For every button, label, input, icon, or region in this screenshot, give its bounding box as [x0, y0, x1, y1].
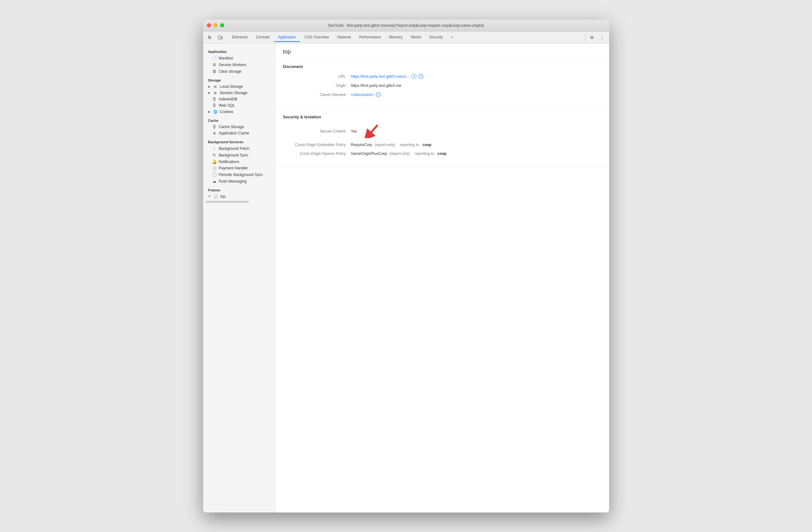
background-fetch-icon: ↕ — [212, 146, 217, 151]
url-link[interactable]: https://first-party-test.glitch.me/co... — [351, 74, 410, 79]
tab-application[interactable]: Application — [274, 33, 300, 42]
sidebar-item-web-sql-label: Web SQL — [219, 103, 235, 108]
coep-reporting-value: coep — [423, 143, 432, 147]
device-toggle-button[interactable] — [216, 34, 224, 41]
sidebar-item-push-messaging[interactable]: ☁ Push Messaging — [203, 178, 275, 184]
secure-context-label: Secure Context — [283, 129, 346, 134]
sidebar-item-service-workers[interactable]: ⚙ Service Workers — [203, 61, 275, 68]
sidebar-item-manifest[interactable]: 📄 Manifest — [203, 55, 275, 61]
sidebar-item-application-cache-label: Application Cache — [219, 131, 249, 135]
sidebar-item-periodic-bg-sync-label: Periodic Background Sync — [219, 172, 263, 177]
tab-security[interactable]: Security — [425, 33, 447, 42]
sidebar-section-frames: Frames — [203, 184, 275, 193]
background-sync-icon: ↻ — [212, 153, 217, 157]
secure-context-value: Yes — [351, 124, 379, 138]
divider — [585, 34, 585, 41]
origin-value: https://first-party-test.glitch.me — [351, 83, 402, 88]
sidebar-item-payment-handler[interactable]: ⬜ Payment Handler — [203, 165, 275, 171]
document-section: Document URL https://first-party-test.gl… — [275, 58, 609, 108]
tab-css-overview[interactable]: CSS Overview — [301, 33, 333, 42]
coop-reporting-label: reporting to: — [412, 151, 435, 156]
security-section: Security & Isolation Secure Context Yes — [275, 108, 609, 167]
owner-element-link[interactable]: <#document> — [351, 93, 374, 97]
svg-rect-0 — [218, 36, 221, 39]
sidebar-item-clear-storage[interactable]: 🗑 Clear storage — [203, 68, 275, 74]
sidebar-item-payment-handler-label: Payment Handler — [219, 166, 248, 170]
traffic-lights — [207, 23, 224, 27]
sidebar-item-push-messaging-label: Push Messaging — [219, 179, 247, 183]
session-storage-icon: ⊞ — [213, 91, 218, 95]
periodic-bg-sync-icon: 🕐 — [212, 172, 217, 177]
local-storage-icon: ⊞ — [213, 85, 218, 89]
coep-badge: (report-only) — [375, 143, 395, 147]
more-options-button[interactable]: ⋮ — [598, 34, 607, 41]
sidebar-item-local-storage-label: Local Storage — [220, 84, 243, 89]
devtools-window: DevTools - first-party-test.glitch.me/co… — [203, 19, 609, 513]
web-sql-icon: 🗄 — [212, 103, 217, 107]
sidebar-item-indexeddb[interactable]: 🗄 IndexedDB — [203, 96, 275, 102]
coop-badge: (report-only) — [390, 151, 410, 156]
sidebar-item-cache-storage[interactable]: 🗄 Cache Storage — [203, 124, 275, 130]
secure-context-row: Secure Context Yes — [283, 124, 601, 138]
svg-line-2 — [368, 126, 377, 136]
sidebar-item-service-workers-label: Service Workers — [219, 62, 247, 67]
sidebar-section-cache: Cache — [203, 115, 275, 124]
url-field-row: URL https://first-party-test.glitch.me/c… — [283, 74, 601, 79]
sidebar-item-cookies[interactable]: ▶ 🌐 Cookies — [203, 109, 275, 115]
tab-console[interactable]: Console — [252, 33, 274, 42]
sidebar-item-application-cache[interactable]: ⊞ Application Cache — [203, 130, 275, 136]
owner-element-label: Owner Element — [283, 93, 346, 97]
sidebar-item-indexeddb-label: IndexedDB — [219, 97, 237, 101]
url-link-icon[interactable]: ↗ — [411, 74, 416, 79]
sidebar-item-local-storage[interactable]: ▶ ⊞ Local Storage — [203, 83, 275, 90]
sidebar-item-top-frame[interactable]: ▼ ⬜ top — [203, 193, 275, 199]
sidebar-item-background-fetch[interactable]: ↕ Background Fetch — [203, 145, 275, 152]
coep-row: Cross-Origin Embedder Policy RequireCorp… — [283, 143, 601, 147]
sidebar-item-web-sql[interactable]: 🗄 Web SQL — [203, 102, 275, 109]
url-info-icon[interactable]: ⓘ — [418, 74, 423, 79]
arrow-icon: ▶ — [208, 110, 211, 113]
sidebar-item-background-sync[interactable]: ↻ Background Sync — [203, 152, 275, 158]
frame-icon: ⬜ — [213, 195, 218, 199]
url-value: https://first-party-test.glitch.me/co...… — [351, 74, 424, 79]
tab-media[interactable]: Media — [407, 33, 425, 42]
notifications-icon: 🔔 — [212, 159, 217, 164]
cursor-icon — [207, 35, 213, 40]
owner-element-icon[interactable]: ⓘ — [376, 92, 381, 97]
sidebar: Application 📄 Manifest ⚙ Service Workers… — [203, 43, 275, 513]
tab-elements[interactable]: Elements — [228, 33, 251, 42]
inspect-icon-button[interactable] — [206, 34, 215, 41]
sidebar-item-top-frame-label: top — [220, 194, 226, 199]
toolbar: Elements Console Application CSS Overvie… — [203, 31, 609, 43]
clear-storage-icon: 🗑 — [212, 69, 217, 74]
sidebar-item-session-storage[interactable]: ▶ ⊞ Session Storage — [203, 90, 275, 96]
maximize-button[interactable] — [220, 23, 224, 27]
settings-button[interactable]: ⚙ — [588, 34, 597, 41]
coop-value: SameOriginPlusCoep (report-only) reporti… — [351, 151, 447, 156]
sidebar-item-background-sync-label: Background Sync — [219, 153, 248, 157]
close-button[interactable] — [207, 23, 211, 27]
sidebar-section-storage: Storage — [203, 74, 275, 83]
coop-row: Cross-Origin Opener Policy SameOriginPlu… — [283, 151, 601, 156]
page-title: top — [275, 43, 609, 58]
owner-element-value: <#document> ⓘ — [351, 92, 381, 97]
sidebar-item-notifications[interactable]: 🔔 Notifications — [203, 158, 275, 165]
sidebar-item-cache-storage-label: Cache Storage — [219, 125, 244, 129]
toolbar-right: ⚙ ⋮ — [584, 34, 607, 41]
tab-network[interactable]: Network — [333, 33, 355, 42]
coop-policy-value: SameOriginPlusCoep — [351, 151, 387, 156]
device-icon — [218, 35, 223, 40]
coop-reporting-value: coop — [437, 151, 447, 156]
tab-performance[interactable]: Performance — [356, 33, 385, 42]
coep-value: RequireCorp (report-only) reporting to: … — [351, 143, 432, 147]
tab-more[interactable]: » — [447, 33, 457, 42]
sidebar-item-background-fetch-label: Background Fetch — [219, 146, 249, 151]
indexeddb-icon: 🗄 — [212, 97, 217, 101]
sidebar-item-clear-storage-label: Clear storage — [219, 69, 242, 74]
svg-rect-1 — [221, 37, 222, 39]
sidebar-scrollbar[interactable] — [206, 201, 249, 203]
tab-memory[interactable]: Memory — [385, 33, 406, 42]
red-arrow-icon — [364, 124, 378, 138]
sidebar-item-periodic-background-sync[interactable]: 🕐 Periodic Background Sync — [203, 171, 275, 178]
minimize-button[interactable] — [214, 23, 218, 27]
